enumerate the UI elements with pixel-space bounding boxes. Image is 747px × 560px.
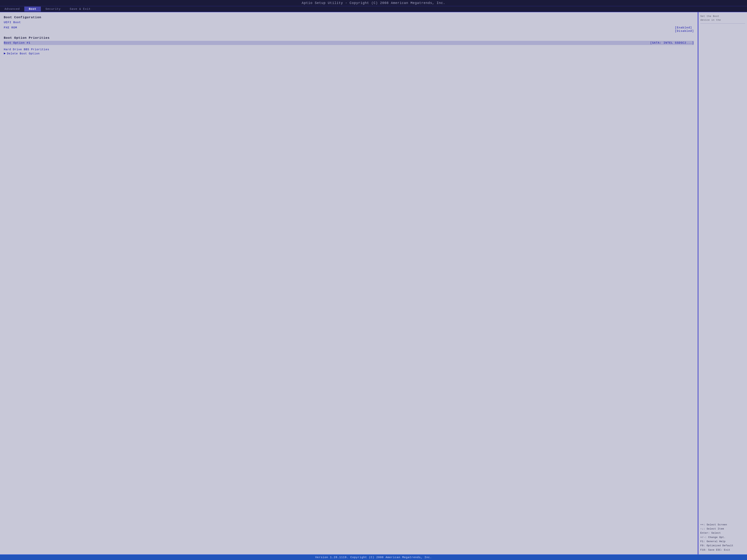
help-key-row: F1: General Help — [700, 539, 745, 544]
help-key-row: ↑↓: Select Item — [700, 527, 745, 531]
main-content: Boot Configuration UEFI Boot PXE ROM [En… — [0, 12, 747, 554]
boot-option1-row[interactable]: Boot Option #1 [SATA: INTEL SSDSC2...] — [4, 41, 694, 45]
bios-screen: Aptio Setup Utility - Copyright (C) 2008… — [0, 0, 747, 560]
title-text: Aptio Setup Utility - Copyright (C) 2008… — [302, 1, 445, 5]
section-boot-priority: Boot Option Priorities Boot Option #1 [S… — [4, 36, 694, 45]
help-key-row: F9: Optimized Default — [700, 544, 745, 548]
nav-item-security[interactable]: Security — [41, 7, 65, 11]
help-key-row: Enter: Select — [700, 531, 745, 535]
nav-item-save-exit[interactable]: Save & Exit — [65, 7, 95, 11]
delete-boot-label: Delete Boot Option — [7, 52, 40, 55]
status-bar: Version 1.28.1119. Copyright (C) 2008 Am… — [0, 554, 747, 560]
settings-panel: Boot Configuration UEFI Boot PXE ROM [En… — [0, 12, 698, 554]
help-keys: ++: Select Screen↑↓: Select ItemEnter: S… — [700, 523, 745, 552]
pxe-values: [Enabled] [Disabled] — [675, 26, 694, 33]
nav-item-advanced[interactable]: Advanced — [0, 7, 24, 11]
uefi-value: [Enabled] — [675, 26, 692, 29]
nav-item-boot[interactable]: Boot — [24, 7, 41, 11]
arrow-icon: ► — [4, 52, 6, 55]
title-bar: Aptio Setup Utility - Copyright (C) 2008… — [0, 0, 747, 6]
pxe-rom-row[interactable]: PXE ROM [Enabled] [Disabled] — [4, 26, 694, 33]
help-key-row: +/-: Change Opt. — [700, 535, 745, 539]
boot-config-header: Boot Configuration — [4, 16, 694, 19]
boot-option1-label: Boot Option #1 — [4, 41, 30, 45]
boot-priority-header: Boot Option Priorities — [4, 36, 694, 40]
hard-drive-bbs-label: Hard Drive BBS Priorities — [4, 48, 49, 51]
status-text: Version 1.28.1119. Copyright (C) 2008 Am… — [315, 556, 432, 559]
pxe-rom-label: PXE ROM — [4, 26, 17, 29]
uefi-boot-label: UEFI Boot — [4, 21, 21, 24]
uefi-boot-row[interactable]: UEFI Boot — [4, 20, 694, 24]
hard-drive-bbs-row[interactable]: Hard Drive BBS Priorities — [4, 48, 694, 51]
help-top-text: Set the Bootdevice in the — [700, 15, 745, 24]
help-key-row: F10: Save ESC: Exit — [700, 548, 745, 552]
help-description: Set the Bootdevice in the — [700, 15, 721, 22]
delete-boot-row[interactable]: ► Delete Boot Option — [4, 52, 694, 55]
section-hard-drive: Hard Drive BBS Priorities ► Delete Boot … — [4, 48, 694, 55]
help-panel: Set the Bootdevice in the ++: Select Scr… — [698, 12, 747, 554]
pxe-value: [Disabled] — [675, 29, 694, 33]
boot-option1-value: [SATA: INTEL SSDSC2...] — [650, 41, 694, 45]
section-boot-config: Boot Configuration UEFI Boot PXE ROM [En… — [4, 16, 694, 33]
nav-bar: Advanced Boot Security Save & Exit — [0, 6, 747, 12]
help-key-row: ++: Select Screen — [700, 523, 745, 527]
